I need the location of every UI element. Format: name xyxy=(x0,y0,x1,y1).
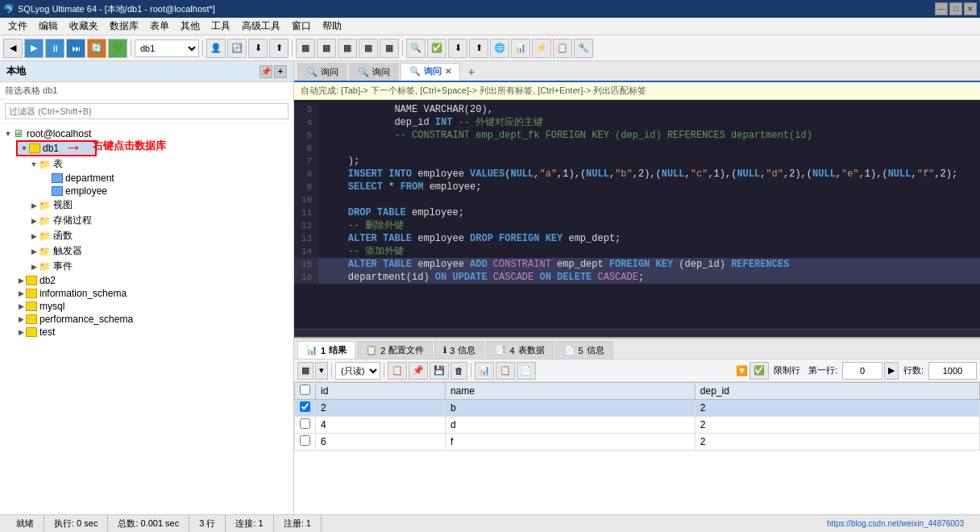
toggle-db2[interactable]: ▶ xyxy=(16,276,26,285)
results-copy-btn[interactable]: 📋 xyxy=(388,362,407,380)
results-save-btn[interactable]: 💾 xyxy=(430,362,449,380)
results-view-btn-3[interactable]: 📄 xyxy=(517,362,536,380)
toolbar-btn-4[interactable]: ⏭ xyxy=(66,39,85,58)
results-delete-btn[interactable]: 🗑 xyxy=(451,362,467,380)
menu-favorites[interactable]: 收藏夹 xyxy=(64,18,103,35)
toolbar-btn-23[interactable]: 📋 xyxy=(553,39,572,58)
row-checkbox-cell-0[interactable] xyxy=(295,400,316,417)
tab-query-1[interactable]: 🔍 询问 xyxy=(297,63,347,81)
tab-query-3[interactable]: 🔍 询问 ✕ xyxy=(401,63,460,81)
toolbar-btn-24[interactable]: 🔧 xyxy=(574,39,593,58)
editor-scrollbar[interactable] xyxy=(294,329,980,337)
first-row-input[interactable]: 0 xyxy=(842,362,882,380)
toolbar-btn-6[interactable]: 🌿 xyxy=(108,39,127,58)
toolbar-btn-22[interactable]: ⚡ xyxy=(532,39,551,58)
tree-item-views[interactable]: ▶ 📁 视图 xyxy=(0,197,293,213)
maximize-button[interactable]: □ xyxy=(949,2,962,15)
tree-item-tables-folder[interactable]: ▼ 📁 表 xyxy=(0,156,293,172)
menu-table[interactable]: 表单 xyxy=(145,18,174,35)
row-checkbox-1[interactable] xyxy=(300,418,310,429)
toolbar-btn-15[interactable]: ▦ xyxy=(380,39,399,58)
toggle-mysql[interactable]: ▶ xyxy=(16,301,26,311)
tab-add-btn[interactable]: + xyxy=(462,63,481,81)
results-grid-btn[interactable]: ▦ xyxy=(297,362,314,380)
tree-item-db1[interactable]: ▼ db1 xyxy=(16,140,97,156)
toolbar-btn-17[interactable]: ✅ xyxy=(427,39,446,58)
row-checkbox-cell-2[interactable] xyxy=(295,434,316,451)
toolbar-btn-13[interactable]: ▦ xyxy=(338,39,357,58)
tree-item-db2[interactable]: ▶ db2 xyxy=(0,274,293,287)
table-row[interactable]: 2 b 2 xyxy=(295,400,980,417)
menu-help[interactable]: 帮助 xyxy=(318,18,347,35)
toolbar-btn-9[interactable]: ⬇ xyxy=(248,39,268,58)
toggle-info[interactable]: ▶ xyxy=(16,289,26,298)
menu-window[interactable]: 窗口 xyxy=(287,18,316,35)
menu-tools[interactable]: 工具 xyxy=(206,18,235,35)
toggle-triggers[interactable]: ▶ xyxy=(29,247,39,256)
readonly-select[interactable]: (只读) xyxy=(335,362,380,380)
toggle-root[interactable]: ▼ xyxy=(3,129,13,139)
panel-add-btn[interactable]: + xyxy=(274,65,287,78)
panel-pin-btn[interactable]: 📌 xyxy=(260,65,272,78)
toggle-procs[interactable]: ▶ xyxy=(29,216,39,226)
row-count-input[interactable]: 1000 xyxy=(928,362,977,380)
menu-edit[interactable]: 编辑 xyxy=(34,18,63,35)
menu-advanced[interactable]: 高级工具 xyxy=(237,18,285,35)
row-checkbox-0[interactable] xyxy=(300,401,310,412)
toggle-db1[interactable]: ▼ xyxy=(19,143,29,153)
toolbar-btn-3[interactable]: ⏸ xyxy=(45,39,64,58)
filter-input[interactable] xyxy=(5,103,289,119)
toolbar-btn-18[interactable]: ⬇ xyxy=(448,39,467,58)
toolbar-btn-7[interactable]: 👤 xyxy=(206,39,226,58)
tab-close-btn[interactable]: ✕ xyxy=(445,67,451,76)
toolbar-btn-5[interactable]: 🔄 xyxy=(87,39,106,58)
toolbar-btn-16[interactable]: 🔍 xyxy=(406,39,426,58)
toolbar-btn-19[interactable]: ⬆ xyxy=(469,39,488,58)
row-checkbox-2[interactable] xyxy=(300,435,310,446)
toolbar-btn-11[interactable]: ▦ xyxy=(296,39,315,58)
results-view-btn-1[interactable]: 📊 xyxy=(475,362,494,380)
tree-item-events[interactable]: ▶ 📁 事件 xyxy=(0,259,293,274)
toggle-tables[interactable]: ▼ xyxy=(29,160,39,169)
toolbar-btn-1[interactable]: ◀ xyxy=(3,39,23,58)
tree-item-procedures[interactable]: ▶ 📁 存储过程 xyxy=(0,213,293,228)
results-next-btn[interactable]: ▶ xyxy=(884,362,899,380)
menu-file[interactable]: 文件 xyxy=(3,18,32,35)
table-row[interactable]: 6 f 2 xyxy=(295,434,980,451)
toolbar-btn-12[interactable]: ▦ xyxy=(317,39,336,58)
minimize-button[interactable]: — xyxy=(935,2,948,15)
select-all-checkbox[interactable] xyxy=(300,384,310,395)
results-tab-4[interactable]: 📑 4 表数据 xyxy=(486,341,553,359)
toggle-dept[interactable]: ▶ xyxy=(42,173,52,183)
tree-item-test[interactable]: ▶ test xyxy=(0,326,293,339)
results-tab-3[interactable]: ℹ 3 信息 xyxy=(434,341,484,359)
tree-item-info-schema[interactable]: ▶ information_schema xyxy=(0,287,293,300)
tree-item-employee[interactable]: ▶ employee xyxy=(0,185,293,197)
toolbar-btn-8[interactable]: 🔃 xyxy=(227,39,247,58)
toolbar-btn-10[interactable]: ⬆ xyxy=(269,39,289,58)
menu-other[interactable]: 其他 xyxy=(176,18,205,35)
results-paste-btn[interactable]: 📌 xyxy=(409,362,428,380)
results-filter-btn[interactable]: ✅ xyxy=(750,362,769,380)
results-tab-5[interactable]: 📄 5 信息 xyxy=(555,341,613,359)
toggle-perf[interactable]: ▶ xyxy=(16,314,26,324)
results-tab-2[interactable]: 📋 2 配置文件 xyxy=(357,341,433,359)
toggle-views[interactable]: ▶ xyxy=(29,201,39,210)
toolbar-btn-20[interactable]: 🌐 xyxy=(490,39,509,58)
results-export-btn[interactable]: ▾ xyxy=(315,362,328,380)
row-checkbox-cell-1[interactable] xyxy=(295,417,316,434)
tree-item-perf-schema[interactable]: ▶ performance_schema xyxy=(0,313,293,326)
table-row[interactable]: 4 d 2 xyxy=(295,417,980,434)
results-tab-1[interactable]: 📊 1 结果 xyxy=(297,341,355,359)
tree-item-functions[interactable]: ▶ 📁 函数 xyxy=(0,228,293,243)
toggle-emp[interactable]: ▶ xyxy=(42,186,52,196)
toolbar-btn-14[interactable]: ▦ xyxy=(359,39,378,58)
code-editor[interactable]: 3 NAME VARCHAR(20), 4 dep_id INT -- 外键对应… xyxy=(294,100,980,329)
toolbar-btn-2[interactable]: ▶ xyxy=(24,39,44,58)
menu-database[interactable]: 数据库 xyxy=(105,18,143,35)
tree-item-triggers[interactable]: ▶ 📁 触发器 xyxy=(0,243,293,259)
results-view-btn-2[interactable]: 📋 xyxy=(496,362,515,380)
db-select[interactable]: db1 xyxy=(135,39,199,57)
toggle-funcs[interactable]: ▶ xyxy=(29,231,39,241)
toolbar-btn-21[interactable]: 📊 xyxy=(511,39,530,58)
